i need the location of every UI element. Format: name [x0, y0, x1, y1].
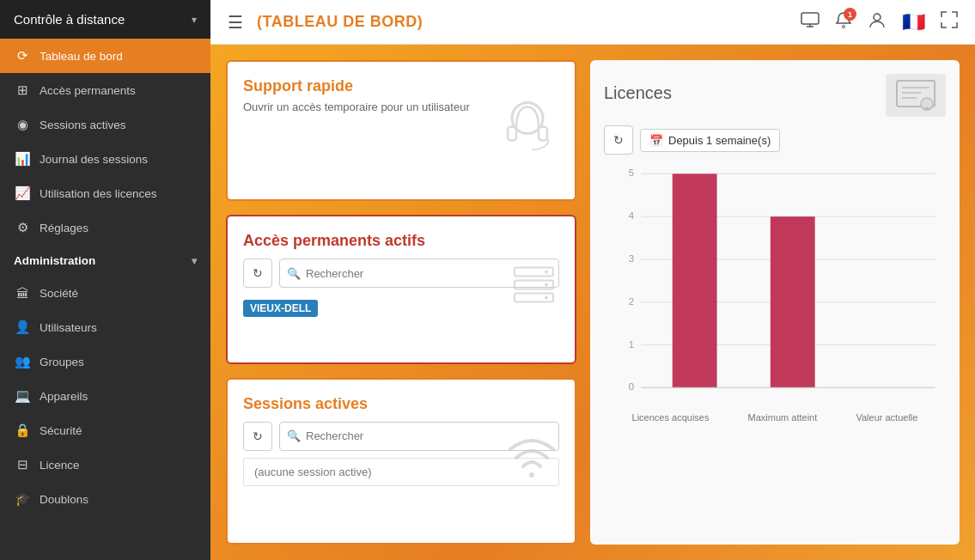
sidebar-item-utilisation-licences[interactable]: 📈 Utilisation des licences: [0, 176, 210, 210]
sidebar-chevron-icon: ▾: [192, 14, 197, 26]
refresh-icon-licences: ↻: [613, 133, 624, 147]
svg-text:5: 5: [629, 167, 634, 178]
chart-svg: 5 4 3 2 1 0: [604, 165, 946, 405]
sidebar-label-sessions-actives: Sessions actives: [40, 119, 126, 131]
sidebar-label-reglages: Réglages: [40, 222, 88, 234]
acces-permanents-card: Accès permanents actifs ↻ 🔍 VIEUX-DELL: [226, 215, 576, 363]
refresh-icon: ↻: [253, 266, 263, 280]
sidebar-label-utilisateurs: Utilisateurs: [40, 321, 97, 334]
topbar-right: 1 🇫🇷: [801, 11, 958, 33]
sidebar-item-securite[interactable]: 🔒 Sécurité: [0, 413, 210, 447]
sidebar-label-tableau-de-bord: Tableau de bord: [40, 50, 123, 63]
svg-point-3: [843, 26, 845, 28]
date-filter-row: ↻ 📅 Depuis 1 semaine(s): [604, 125, 946, 155]
acces-refresh-button[interactable]: ↻: [243, 259, 272, 288]
language-flag[interactable]: 🇫🇷: [902, 11, 925, 33]
user-icon[interactable]: [868, 11, 887, 33]
svg-point-14: [529, 472, 534, 478]
svg-text:4: 4: [629, 210, 634, 221]
notification-icon[interactable]: 1: [835, 11, 852, 33]
svg-point-11: [545, 270, 548, 273]
notification-badge: 1: [844, 8, 856, 21]
headset-icon: [497, 97, 558, 165]
svg-text:3: 3: [629, 253, 634, 264]
admin-section-header[interactable]: Administration ▾: [0, 245, 210, 277]
groupes-icon: 👥: [14, 354, 31, 369]
journal-icon: 📊: [14, 151, 31, 167]
monitor-icon[interactable]: [801, 12, 820, 32]
sidebar: Contrôle à distance ▾ ⟳ Tableau de bord …: [0, 0, 210, 560]
sidebar-label-societe: Société: [40, 287, 78, 300]
acces-permanents-icon: ⊞: [14, 82, 31, 98]
svg-text:2: 2: [629, 296, 634, 307]
chart-label-actuelle: Valeur actuelle: [856, 412, 917, 423]
utilisation-icon: 📈: [14, 186, 31, 201]
sidebar-label-acces-permanents: Accès permanents: [40, 84, 136, 97]
svg-point-4: [874, 14, 881, 21]
sidebar-item-sessions-actives[interactable]: ◉ Sessions actives: [0, 107, 210, 142]
sessions-actives-card: Sessions actives ↻ 🔍 (aucune session act…: [226, 378, 576, 545]
sidebar-label-doublons: Doublons: [40, 493, 88, 506]
sidebar-label-licence: Licence: [40, 459, 80, 472]
sidebar-item-appareils[interactable]: 💻 Appareils: [0, 379, 210, 413]
svg-rect-0: [801, 13, 819, 24]
sidebar-label-utilisation: Utilisation des licences: [40, 187, 157, 200]
sidebar-item-acces-permanents[interactable]: ⊞ Accès permanents: [0, 73, 210, 107]
acces-card-title: Accès permanents actifs: [243, 232, 559, 250]
licences-title: Licences: [604, 83, 672, 103]
sidebar-item-tableau-de-bord[interactable]: ⟳ Tableau de bord: [0, 39, 210, 73]
sidebar-item-societe[interactable]: 🏛 Société: [0, 277, 210, 310]
sidebar-header[interactable]: Contrôle à distance ▾: [0, 0, 210, 39]
licences-header: Licences: [604, 74, 946, 117]
support-card-title: Support rapide: [243, 77, 559, 95]
calendar-icon: 📅: [649, 134, 663, 147]
licence-icon: ⊟: [14, 457, 31, 472]
licence-certificate-icon: [886, 74, 946, 117]
utilisateurs-icon: 👤: [14, 320, 31, 335]
sidebar-item-journal-sessions[interactable]: 📊 Journal des sessions: [0, 142, 210, 176]
acces-tag[interactable]: VIEUX-DELL: [243, 300, 318, 317]
sessions-actives-icon: ◉: [14, 117, 31, 132]
topbar: ☰ (TABLEAU DE BORD) 1: [210, 0, 975, 45]
server-icon: [510, 260, 558, 318]
refresh-icon-sessions: ↻: [253, 429, 263, 443]
svg-rect-7: [539, 127, 547, 141]
page-title: (TABLEAU DE BORD): [257, 13, 423, 31]
sidebar-label-journal: Journal des sessions: [40, 153, 148, 166]
svg-rect-32: [673, 173, 717, 387]
sidebar-item-groupes[interactable]: 👥 Groupes: [0, 344, 210, 379]
fullscreen-icon[interactable]: [941, 11, 958, 33]
chart-label-acquises: Licences acquises: [632, 412, 710, 423]
sidebar-item-doublons[interactable]: 🎓 Doublons: [0, 482, 210, 516]
sidebar-item-reglages[interactable]: ⚙ Réglages: [0, 210, 210, 245]
main-area: ☰ (TABLEAU DE BORD) 1: [210, 0, 975, 560]
support-rapide-card: Support rapide Ouvrir un accès temporair…: [226, 60, 576, 201]
chart-x-labels: Licences acquises Maximum atteint Valeur…: [604, 412, 946, 423]
svg-point-13: [545, 295, 548, 299]
hamburger-icon[interactable]: ☰: [228, 12, 243, 33]
sidebar-label-securite: Sécurité: [40, 424, 82, 437]
wifi-icon: [506, 432, 558, 490]
sidebar-title: Contrôle à distance: [14, 12, 125, 27]
svg-point-12: [545, 283, 548, 286]
chart-label-maximum: Maximum atteint: [748, 412, 818, 423]
licences-card: Licences ↻ 📅: [590, 60, 960, 545]
dashboard-icon: ⟳: [14, 48, 31, 64]
securite-icon: 🔒: [14, 423, 31, 438]
reglages-icon: ⚙: [14, 220, 31, 235]
admin-chevron-icon: ▾: [192, 255, 197, 267]
doublons-icon: 🎓: [14, 491, 31, 507]
societe-icon: 🏛: [14, 286, 31, 301]
search-icon: 🔍: [287, 267, 301, 280]
admin-section-label: Administration: [14, 254, 95, 267]
sessions-refresh-button[interactable]: ↻: [243, 422, 272, 451]
date-filter-button[interactable]: 📅 Depuis 1 semaine(s): [640, 129, 780, 152]
sidebar-item-licence[interactable]: ⊟ Licence: [0, 447, 210, 482]
svg-text:1: 1: [629, 339, 634, 350]
search-icon-sessions: 🔍: [287, 429, 301, 442]
sidebar-item-utilisateurs[interactable]: 👤 Utilisateurs: [0, 310, 210, 344]
sidebar-label-appareils: Appareils: [40, 390, 88, 403]
svg-rect-33: [771, 216, 815, 387]
svg-text:0: 0: [629, 381, 634, 392]
licences-refresh-button[interactable]: ↻: [604, 125, 633, 155]
